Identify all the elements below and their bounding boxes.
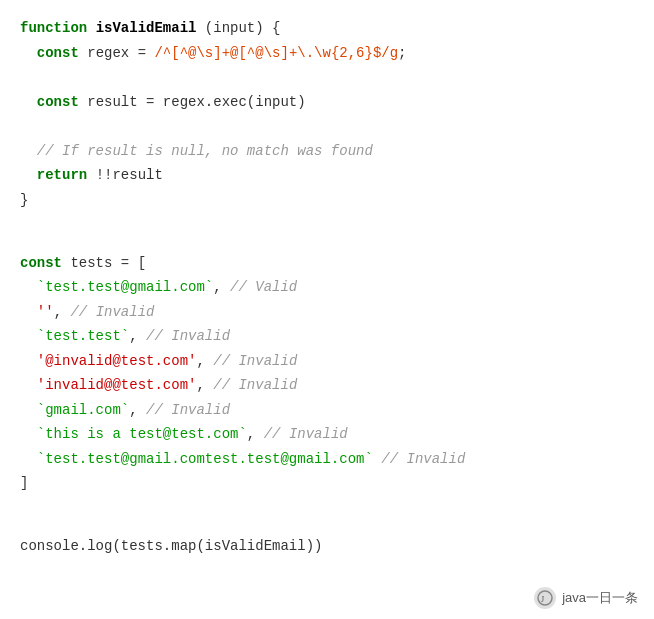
line-13: `gmail.com`, // Invalid (20, 398, 634, 423)
line-6: } (20, 188, 634, 213)
line-2: const regex = /^[^@\s]+@[^@\s]+\.\w{2,6}… (20, 41, 634, 66)
line-4: // If result is null, no match was found (20, 139, 634, 164)
line-16: ] (20, 471, 634, 496)
footer: J java一日一条 (534, 587, 638, 609)
code-block: function isValidEmail (input) { const re… (0, 16, 654, 559)
code-container: function isValidEmail (input) { const re… (0, 0, 654, 619)
line-7: const tests = [ (20, 251, 634, 276)
line-8: `test.test@gmail.com`, // Valid (20, 275, 634, 300)
line-12: 'invalid@@test.com', // Invalid (20, 373, 634, 398)
java-icon: J (534, 587, 556, 609)
line-9: '', // Invalid (20, 300, 634, 325)
line-1: function isValidEmail (input) { (20, 16, 634, 41)
line-10: `test.test`, // Invalid (20, 324, 634, 349)
line-11: '@invalid@test.com', // Invalid (20, 349, 634, 374)
line-17: console.log(tests.map(isValidEmail)) (20, 534, 634, 559)
line-3: const result = regex.exec(input) (20, 90, 634, 115)
footer-label: java一日一条 (562, 589, 638, 607)
line-5: return !!result (20, 163, 634, 188)
line-14: `this is a test@test.com`, // Invalid (20, 422, 634, 447)
svg-text:J: J (541, 595, 544, 604)
line-15: `test.test@gmail.comtest.test@gmail.com`… (20, 447, 634, 472)
